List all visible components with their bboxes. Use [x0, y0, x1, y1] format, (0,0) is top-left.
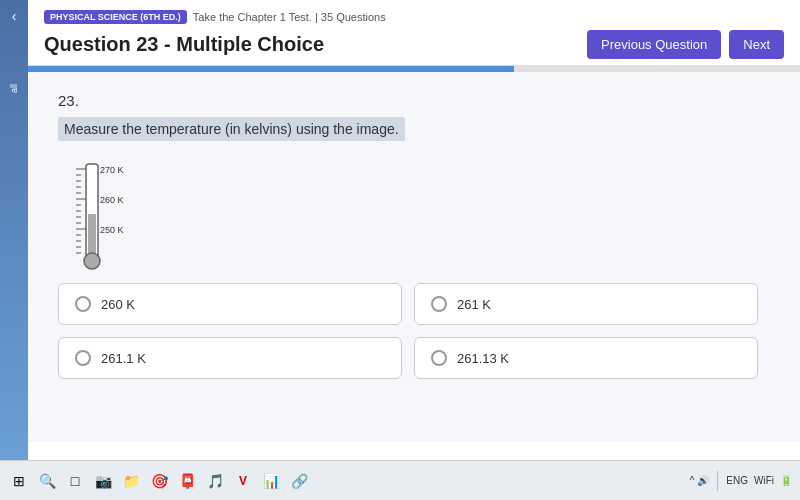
option-a[interactable]: 260 K [58, 283, 402, 325]
music-icon[interactable]: 🎵 [204, 470, 226, 492]
radio-a[interactable] [75, 296, 91, 312]
main-content: PHYSICAL SCIENCE (6TH ED.) Take the Chap… [28, 0, 800, 460]
sidebar-arrow[interactable]: ‹ [12, 8, 17, 24]
breadcrumb-text: Take the Chapter 1 Test. | 35 Questions [193, 11, 386, 23]
radio-b[interactable] [431, 296, 447, 312]
options-grid: 260 K 261 K 261.1 K 261.13 K [58, 283, 758, 379]
camera-icon[interactable]: 📷 [92, 470, 114, 492]
game-icon[interactable]: 🎯 [148, 470, 170, 492]
option-c-label: 261.1 K [101, 351, 146, 366]
option-b[interactable]: 261 K [414, 283, 758, 325]
lang-indicator: ENG [726, 475, 748, 486]
battery-icon: 🔋 [780, 475, 792, 486]
next-question-button[interactable]: Next [729, 30, 784, 59]
mail-icon[interactable]: 📮 [176, 470, 198, 492]
radio-d[interactable] [431, 350, 447, 366]
taskbar: ⊞ 🔍 □ 📷 📁 🎯 📮 🎵 V 📊 🔗 ^ 🔊 ENG WiFi 🔋 [0, 460, 800, 500]
option-d[interactable]: 261.13 K [414, 337, 758, 379]
option-a-label: 260 K [101, 297, 135, 312]
start-button[interactable]: ⊞ [8, 470, 30, 492]
sidebar: ‹ all [0, 0, 28, 460]
nav-buttons: Previous Question Next [587, 30, 784, 59]
header: PHYSICAL SCIENCE (6TH ED.) Take the Chap… [28, 0, 800, 66]
option-c[interactable]: 261.1 K [58, 337, 402, 379]
previous-question-button[interactable]: Previous Question [587, 30, 721, 59]
connect-icon[interactable]: 🔗 [288, 470, 310, 492]
course-badge: PHYSICAL SCIENCE (6TH ED.) [44, 10, 187, 24]
thermometer-image: 270 K 260 K 250 K [68, 159, 770, 283]
svg-text:270 K: 270 K [100, 165, 124, 175]
option-b-label: 261 K [457, 297, 491, 312]
tray-icons: ^ 🔊 [690, 475, 709, 486]
question-number: 23. [58, 92, 770, 109]
search-icon[interactable]: 🔍 [36, 470, 58, 492]
svg-text:250 K: 250 K [100, 225, 124, 235]
radio-c[interactable] [75, 350, 91, 366]
folder-icon[interactable]: 📁 [120, 470, 142, 492]
wifi-icon: WiFi [754, 475, 774, 486]
vpn-icon[interactable]: V [232, 470, 254, 492]
option-d-label: 261.13 K [457, 351, 509, 366]
question-area: 23. Measure the temperature (in kelvins)… [28, 72, 800, 442]
sidebar-all-label[interactable]: all [9, 84, 19, 93]
question-text: Measure the temperature (in kelvins) usi… [58, 117, 405, 141]
task-view-icon[interactable]: □ [64, 470, 86, 492]
svg-rect-1 [88, 214, 96, 257]
header-row: Question 23 - Multiple Choice Previous Q… [44, 30, 784, 59]
svg-text:260 K: 260 K [100, 195, 124, 205]
system-tray: ^ 🔊 ENG WiFi 🔋 [690, 471, 792, 491]
tray-sep [717, 471, 718, 491]
svg-point-2 [84, 253, 100, 269]
breadcrumb: PHYSICAL SCIENCE (6TH ED.) Take the Chap… [44, 10, 784, 24]
spreadsheet-icon[interactable]: 📊 [260, 470, 282, 492]
page-title: Question 23 - Multiple Choice [44, 33, 324, 56]
